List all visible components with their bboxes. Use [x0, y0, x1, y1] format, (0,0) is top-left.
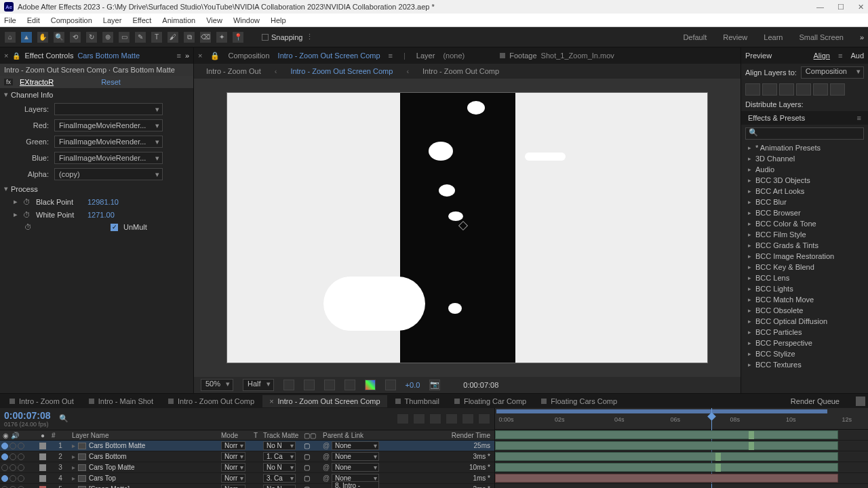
twirl-closed-icon[interactable]: ▸ — [748, 264, 751, 270]
effect-header-row[interactable]: fx EXtractoR Reset — [0, 76, 193, 88]
lock-toggle[interactable] — [18, 486, 24, 489]
ep-category[interactable]: ▸BCC Key & Blend — [741, 262, 868, 272]
timeline-tab[interactable]: Floating Car Comp — [448, 395, 533, 407]
matte-switches[interactable]: ▢ — [304, 485, 323, 488]
panel-menu-icon[interactable]: ≡ — [176, 52, 180, 60]
composition-flowchart-icon[interactable] — [397, 413, 409, 424]
align-menu-icon[interactable]: ≡ — [838, 52, 842, 60]
channel-icon[interactable] — [365, 380, 376, 390]
twirl-icon[interactable]: ▾ — [4, 184, 8, 193]
nav-intro-zoom-out[interactable]: Intro - Zoom Out — [206, 67, 261, 75]
ep-category[interactable]: ▸BCC Color & Tone — [741, 218, 868, 229]
parent-dropdown[interactable]: 8. Intro - Zoor — [332, 481, 379, 489]
comp-title-name[interactable]: Intro - Zoom Out Screen Comp — [278, 52, 380, 60]
ep-category[interactable]: ▸BCC Art Looks — [741, 186, 868, 197]
menu-composition[interactable]: Composition — [51, 16, 92, 24]
parent-dropdown[interactable]: None — [332, 441, 379, 450]
shy-icon[interactable] — [429, 413, 441, 424]
twirl-closed-icon[interactable]: ▸ — [748, 340, 751, 346]
twirl-closed-icon[interactable]: ▸ — [14, 197, 18, 206]
ep-category[interactable]: ▸BCC Blur — [741, 197, 868, 207]
twirl-closed-icon[interactable]: ▸ — [748, 274, 751, 281]
blend-mode-dropdown[interactable]: Norr — [221, 441, 245, 450]
motion-blur-icon[interactable] — [462, 413, 474, 424]
menu-animation[interactable]: Animation — [162, 16, 195, 24]
toggle-transparency-icon[interactable] — [283, 380, 294, 390]
twirl-icon[interactable]: ▾ — [4, 90, 8, 99]
selection-tool[interactable]: ▲ — [20, 31, 33, 43]
trackmatte-header[interactable]: Track Matte — [263, 432, 304, 439]
solo-toggle[interactable] — [9, 475, 16, 482]
anchor-tool[interactable]: ⊕ — [102, 31, 114, 43]
blend-mode-dropdown[interactable]: Norr — [221, 474, 245, 483]
snapping-checkbox[interactable] — [262, 34, 269, 41]
minimize-icon[interactable]: — — [816, 3, 824, 12]
lock-icon[interactable]: 🔒 — [210, 52, 220, 60]
timeline-layer-row[interactable]: 4▸Cars TopNorr3. Ca▢@ None1ms * — [0, 473, 494, 484]
nav-intro-zoom-out-comp[interactable]: Intro - Zoom Out Comp — [422, 67, 499, 75]
lock-icon[interactable]: 🔒 — [12, 52, 20, 60]
twirl-closed-icon[interactable]: ▸ — [748, 285, 751, 292]
ep-category[interactable]: ▸BCC Match Move — [741, 294, 868, 305]
ep-category[interactable]: ▸* Animation Presets — [741, 142, 868, 153]
layer-name[interactable]: Cars Bottom Matte — [89, 442, 145, 449]
align-top-button[interactable] — [796, 83, 811, 96]
layer-name[interactable]: Cars Top Matte — [89, 464, 135, 471]
pickwhip-icon[interactable]: @ — [323, 453, 330, 460]
ep-category[interactable]: ▸BCC Obsolete — [741, 305, 868, 316]
track-matte-dropdown[interactable]: No N — [263, 463, 296, 472]
region-icon[interactable] — [324, 380, 335, 390]
twirl-closed-icon[interactable]: ▸ — [748, 296, 751, 303]
channel-info-header[interactable]: ▾ Channel Info — [0, 88, 193, 101]
puppet-tool[interactable]: 📍 — [232, 31, 244, 43]
align-hcenter-button[interactable] — [762, 83, 777, 96]
lock-toggle[interactable] — [18, 475, 24, 482]
menu-view[interactable]: View — [206, 16, 222, 24]
pickwhip-icon[interactable]: @ — [323, 442, 330, 449]
pickwhip-icon[interactable]: @ — [323, 464, 330, 471]
timeline-tab[interactable]: Thumbnail — [389, 395, 446, 407]
ep-menu-icon[interactable]: ≡ — [857, 114, 861, 122]
workspace-small-screen[interactable]: Small Screen — [799, 33, 843, 41]
timeline-layer-row[interactable]: 2▸Cars BottomNorr1. Ca▢@ None3ms * — [0, 451, 494, 462]
home-tool[interactable]: ⌂ — [4, 31, 16, 43]
menu-file[interactable]: File — [4, 16, 16, 24]
render-queue-tab[interactable]: Render Queue — [784, 395, 850, 407]
lock-toggle[interactable] — [18, 464, 24, 471]
ep-category[interactable]: ▸BCC Perspective — [741, 338, 868, 348]
solo-toggle[interactable] — [9, 464, 16, 471]
mode-header[interactable]: Mode — [221, 432, 254, 439]
viewer-timecode[interactable]: 0:00:07:08 — [463, 381, 498, 389]
twirl-closed-icon[interactable]: ▸ — [748, 177, 751, 184]
brush-tool[interactable]: 🖌 — [167, 31, 179, 43]
fx-badge-icon[interactable]: fx — [4, 79, 13, 85]
close-tab-icon[interactable]: × — [4, 52, 8, 60]
timeline-ruler[interactable]: 0:00s 02s 04s 06s 08s 10s 12s — [495, 408, 868, 430]
visibility-toggle[interactable] — [1, 453, 8, 460]
twirl-closed-icon[interactable]: ▸ — [748, 361, 751, 368]
process-header[interactable]: ▾ Process — [0, 182, 193, 195]
av-header[interactable]: ◉ 🔊 — [0, 432, 34, 439]
matte-switches[interactable]: ▢ — [304, 453, 323, 460]
text-tool[interactable]: T — [151, 31, 163, 43]
graph-editor-icon[interactable] — [478, 413, 490, 424]
pen-tool[interactable]: ✎ — [134, 31, 146, 43]
hand-tool[interactable]: ✋ — [37, 31, 49, 43]
blend-mode-dropdown[interactable]: Norr — [221, 452, 245, 461]
align-tab[interactable]: Align — [814, 52, 830, 60]
track-matte-dropdown[interactable]: 1. Ca — [263, 452, 296, 461]
visibility-toggle[interactable] — [1, 486, 8, 489]
ep-category[interactable]: ▸BCC Image Restoration — [741, 251, 868, 262]
layer-name[interactable]: Cars Bottom — [89, 453, 127, 460]
ep-category[interactable]: ▸BCC Stylize — [741, 348, 868, 359]
ep-category[interactable]: ▸BCC Optical Diffusion — [741, 316, 868, 327]
label-color-swatch[interactable] — [39, 486, 46, 489]
ep-category[interactable]: ▸Audio — [741, 164, 868, 175]
twirl-closed-icon[interactable]: ▸ — [72, 464, 75, 471]
timeline-layer-row[interactable]: 5▸[Sreen Matte]NorrNo N▢@ 8. Intro - Zoo… — [0, 484, 494, 488]
visibility-toggle[interactable] — [1, 475, 8, 482]
layername-header[interactable]: Layer Name — [69, 432, 221, 439]
label-color-swatch[interactable] — [39, 475, 46, 482]
label-header[interactable]: ● — [34, 432, 52, 439]
twirl-closed-icon[interactable]: ▸ — [748, 242, 751, 249]
